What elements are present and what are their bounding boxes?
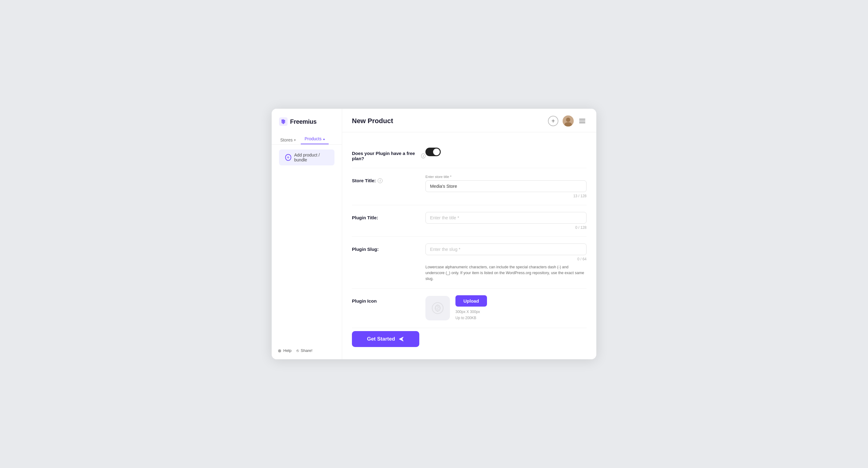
default-plugin-icon <box>431 301 444 315</box>
plugin-title-input[interactable] <box>426 212 587 224</box>
store-title-info-icon[interactable]: i <box>378 178 382 183</box>
plugin-slug-description: Lowercase alphanumeric characters, can i… <box>426 264 587 281</box>
plugin-title-field: 0 / 128 <box>426 212 587 230</box>
icon-upload-area: Upload 300px X 300px Up to 200KB <box>426 295 587 321</box>
store-title-hint: Enter store title * <box>426 175 587 179</box>
store-title-char-count: 13 / 128 <box>426 194 587 198</box>
store-title-input[interactable] <box>426 180 587 192</box>
nav-products[interactable]: Products ▴ <box>301 134 328 144</box>
plugin-icon-row: Plugin Icon <box>352 288 587 328</box>
add-product-label: Add product / bundle <box>294 153 328 162</box>
sidebar-footer: ⊗ Help ⎋ Share! <box>272 343 342 353</box>
plugin-slug-row: Plugin Slug: 0 / 64 Lowercase alphanumer… <box>352 237 587 288</box>
free-plan-row: Does your Plugin have a free plan? i <box>352 141 587 168</box>
plugin-slug-char-count: 0 / 64 <box>426 257 587 261</box>
share-button[interactable]: ⎋ Share! <box>297 348 312 353</box>
store-title-label: Store Title: i <box>352 175 426 183</box>
nav-stores[interactable]: Stores ▾ <box>277 136 300 144</box>
icon-placeholder <box>426 296 450 320</box>
plugin-slug-field: 0 / 64 Lowercase alphanumeric characters… <box>426 244 587 281</box>
page-title: New Product <box>352 117 393 125</box>
store-title-row: Store Title: i Enter store title * 13 / … <box>352 168 587 205</box>
get-started-button[interactable]: Get Started <box>352 331 419 347</box>
logo-text: Freemius <box>290 118 317 125</box>
upload-size-limit: Up to 200KB <box>456 315 487 321</box>
toggle-track <box>426 148 441 156</box>
free-plan-toggle[interactable] <box>426 148 441 156</box>
sidebar: Freemius Stores ▾ Products ▴ + Add produ… <box>272 109 342 359</box>
free-plan-label: Does your Plugin have a free plan? i <box>352 148 426 161</box>
main-content: New Product + Does y <box>342 109 596 359</box>
share-icon: ⎋ <box>297 348 299 353</box>
upload-size-hint: 300px X 300px <box>456 309 487 315</box>
help-label: Help <box>283 348 291 353</box>
avatar-image <box>563 116 574 126</box>
plugin-title-label: Plugin Title: <box>352 212 426 220</box>
send-icon <box>398 336 404 342</box>
avatar[interactable] <box>563 116 574 126</box>
menu-button[interactable] <box>578 118 587 124</box>
plugin-title-char-count: 0 / 128 <box>426 225 587 230</box>
help-icon: ⊗ <box>278 348 281 353</box>
upload-section: Upload 300px X 300px Up to 200KB <box>456 295 487 321</box>
plugin-title-row: Plugin Title: 0 / 128 <box>352 205 587 237</box>
add-product-button[interactable]: + Add product / bundle <box>279 150 335 165</box>
plugin-slug-label: Plugin Slug: <box>352 244 426 252</box>
add-icon: + <box>285 154 291 161</box>
add-button[interactable]: + <box>548 116 558 126</box>
products-chevron-icon: ▴ <box>323 137 325 141</box>
toggle-area <box>426 148 441 156</box>
get-started-label: Get Started <box>367 336 395 342</box>
nav-stores-label: Stores <box>280 137 292 143</box>
share-label: Share! <box>301 348 312 353</box>
store-title-field: Enter store title * 13 / 128 <box>426 175 587 198</box>
upload-hints: 300px X 300px Up to 200KB <box>456 309 487 321</box>
free-plan-info-icon[interactable]: i <box>421 153 426 158</box>
nav-wrapper: Stores ▾ Products ▴ <box>272 134 342 145</box>
freemius-logo-icon <box>279 117 288 126</box>
upload-button[interactable]: Upload <box>456 295 487 307</box>
plugin-icon-field: Upload 300px X 300px Up to 200KB <box>426 295 587 321</box>
logo: Freemius <box>272 117 342 134</box>
topbar: New Product + <box>342 109 596 132</box>
svg-point-2 <box>566 118 570 122</box>
topbar-actions: + <box>548 116 587 126</box>
toggle-thumb <box>433 149 440 155</box>
help-button[interactable]: ⊗ Help <box>278 348 291 353</box>
plugin-icon-label: Plugin Icon <box>352 295 426 304</box>
stores-chevron-icon: ▾ <box>294 138 296 142</box>
plugin-slug-input[interactable] <box>426 244 587 255</box>
form: Does your Plugin have a free plan? i Sto… <box>342 132 596 359</box>
nav-products-label: Products <box>305 136 321 141</box>
